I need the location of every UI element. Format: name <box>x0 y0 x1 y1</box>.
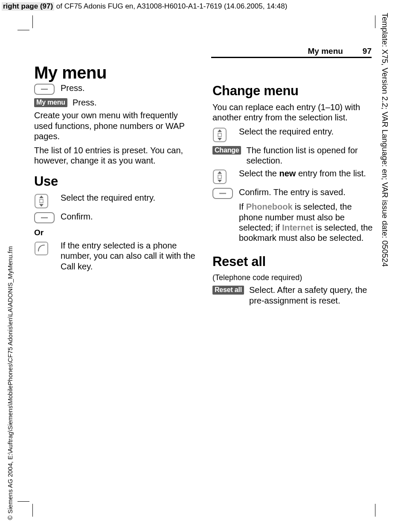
step-text: Press. <box>61 83 196 93</box>
svg-marker-16 <box>218 180 222 182</box>
reset-subnote: (Telephone code required) <box>212 273 375 283</box>
top-meta-rest: of CF75 Adonis FUG en, A31008-H6010-A1-1… <box>54 2 287 10</box>
softkey-label-reset-all: Reset all <box>212 285 244 295</box>
call-key-icon <box>34 240 55 256</box>
step-text: Select. After a safety query, the pre-as… <box>249 285 375 306</box>
svg-marker-12 <box>218 138 222 140</box>
content-area: My menu Press. My menu Press. Create you… <box>34 64 375 308</box>
step-text: Select the required entry. <box>239 126 375 137</box>
step-text: The function list is opened for selectio… <box>246 145 375 166</box>
svg-rect-11 <box>218 133 221 137</box>
step-text: If the entry selected is a phone number,… <box>61 240 196 272</box>
heading-reset-all: Reset all <box>212 254 375 270</box>
running-header-title: My menu <box>308 46 343 56</box>
top-meta-line: right page (97) of CF75 Adonis FUG en, A… <box>2 2 287 11</box>
step-text: Select the new entry from the list. <box>239 168 375 178</box>
step-text: Press. <box>73 97 196 108</box>
change-note: If Phonebook is selected, the phone numb… <box>239 202 375 243</box>
heading-my-menu: My menu <box>34 64 196 81</box>
side-left-copyright: © Siemens AG 2004, E:\Auftrag\Siemens\Mo… <box>6 246 14 520</box>
softkey-label-my-menu: My menu <box>34 97 67 107</box>
svg-marker-10 <box>218 129 222 132</box>
column-left: My menu Press. My menu Press. Create you… <box>34 64 196 308</box>
svg-rect-8 <box>35 242 48 255</box>
manual-page: right page (97) of CF75 Adonis FUG en, A… <box>0 0 407 532</box>
svg-marker-5 <box>39 204 44 207</box>
soft-key-icon <box>34 83 55 95</box>
svg-rect-4 <box>40 199 43 203</box>
crop-mark-icon <box>27 500 44 517</box>
step-text: Confirm. The entry is saved. <box>239 187 375 197</box>
column-right: Change menu You can replace each entry (… <box>212 64 375 308</box>
nav-key-icon <box>34 193 55 209</box>
or-label: Or <box>34 228 196 238</box>
svg-marker-3 <box>39 196 44 198</box>
crop-mark-icon <box>27 16 44 33</box>
running-header-page: 97 <box>363 46 372 56</box>
intro-paragraph-2: The list of 10 entries is preset. You ca… <box>34 145 196 166</box>
step-text: Select the required entry. <box>61 193 196 203</box>
change-intro: You can replace each entry (1–10) with a… <box>212 102 375 123</box>
heading-change-menu: Change menu <box>212 83 375 99</box>
side-right-template: Template: X75, Version 2.2; VAR Language… <box>380 13 390 525</box>
soft-key-icon <box>212 187 234 199</box>
heading-use: Use <box>34 173 196 190</box>
softkey-label-change: Change <box>212 145 241 155</box>
svg-marker-14 <box>218 171 222 174</box>
running-header-rule <box>211 57 372 58</box>
step-text: Confirm. <box>61 211 196 222</box>
soft-key-icon <box>34 211 55 223</box>
nav-key-icon <box>212 126 234 143</box>
intro-paragraph-1: Create your own menu with frequently use… <box>34 110 196 141</box>
nav-key-icon <box>212 168 234 184</box>
running-header: My menu 97 <box>211 46 372 56</box>
svg-rect-15 <box>218 175 221 178</box>
page-side-tag: right page (97) <box>2 2 54 11</box>
